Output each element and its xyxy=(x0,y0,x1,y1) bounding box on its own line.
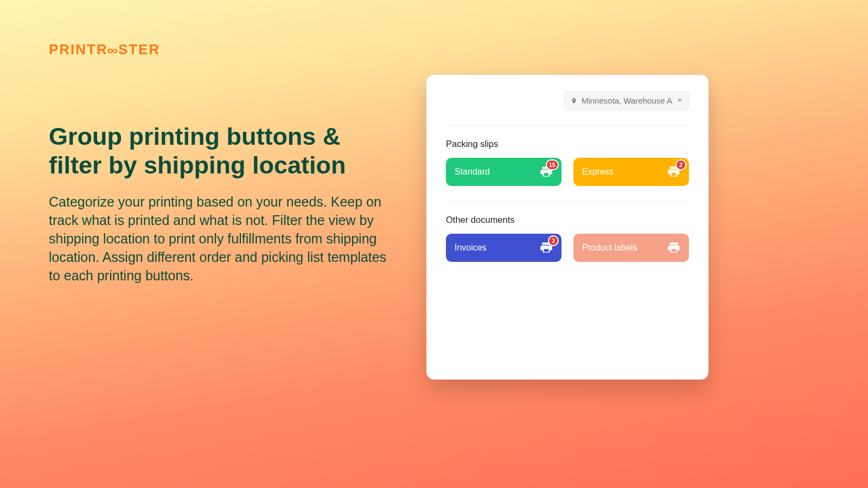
location-select[interactable]: Minnesota, Warehouse A xyxy=(564,91,689,110)
print-button-express[interactable]: Express 2 xyxy=(573,158,689,186)
print-button-label: Standard xyxy=(455,167,490,177)
button-row: Invoices 3 Product labels xyxy=(446,234,689,262)
print-button-label: Express xyxy=(582,167,614,177)
printer-icon: 15 xyxy=(539,165,554,179)
print-button-invoices[interactable]: Invoices 3 xyxy=(446,234,561,262)
section-other-documents: Other documents Invoices 3 Product label… xyxy=(446,202,689,262)
brand-text-right: STER xyxy=(118,41,160,57)
brand-text-left: PRINTR xyxy=(49,41,108,57)
hero-section: Group printing buttons & filter by shipp… xyxy=(49,122,391,285)
brand-logo: PRINTR∞STER xyxy=(49,41,160,58)
print-button-label: Invoices xyxy=(455,243,487,253)
print-button-standard[interactable]: Standard 15 xyxy=(446,158,561,186)
button-row: Standard 15 Express 2 xyxy=(446,158,689,202)
card-header: Minnesota, Warehouse A xyxy=(446,91,689,126)
printer-icon: 3 xyxy=(539,241,554,255)
page-description: Categorize your printing based on your n… xyxy=(49,192,391,285)
print-card: Minnesota, Warehouse A Packing slips Sta… xyxy=(426,75,709,380)
location-label: Minnesota, Warehouse A xyxy=(582,96,672,105)
chevron-down-icon xyxy=(678,99,682,102)
section-title: Other documents xyxy=(446,215,689,225)
count-badge: 15 xyxy=(546,159,559,170)
count-badge: 3 xyxy=(548,235,559,246)
infinity-icon: ∞ xyxy=(107,43,119,58)
print-button-product-labels[interactable]: Product labels xyxy=(573,234,689,262)
printer-icon xyxy=(666,241,681,255)
count-badge: 2 xyxy=(675,159,686,170)
section-title: Packing slips xyxy=(446,139,689,149)
printer-icon: 2 xyxy=(666,165,681,179)
print-button-label: Product labels xyxy=(582,243,637,253)
map-pin-icon xyxy=(571,97,577,105)
page-title: Group printing buttons & filter by shipp… xyxy=(49,122,391,179)
section-packing-slips: Packing slips Standard 15 Express 2 xyxy=(446,126,689,202)
